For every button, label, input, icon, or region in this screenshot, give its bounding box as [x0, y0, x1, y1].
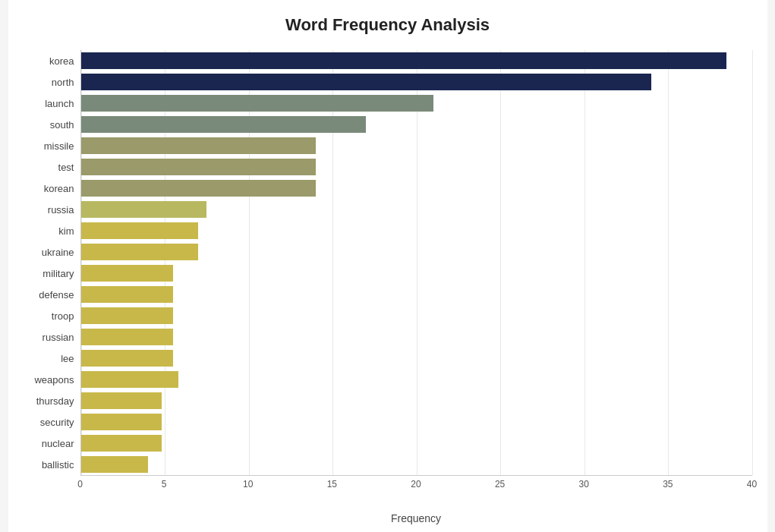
bars-inner: [81, 50, 752, 475]
bar-row: [81, 220, 752, 241]
bar: [81, 244, 199, 260]
x-tick: 5: [162, 479, 167, 490]
bar-row: [81, 71, 752, 93]
bar: [81, 52, 727, 69]
bar-row: [81, 135, 752, 156]
x-tick: 10: [243, 479, 253, 490]
bar: [81, 222, 199, 239]
y-label: missile: [44, 135, 74, 156]
y-label: russia: [48, 199, 74, 220]
bar-row: [81, 114, 752, 135]
y-label: weapons: [34, 369, 74, 390]
x-tick: 35: [663, 479, 673, 490]
chart-container: Word Frequency Analysis koreanorthlaunch…: [8, 0, 767, 532]
bar: [81, 392, 162, 409]
y-label: military: [43, 263, 74, 284]
bar: [81, 265, 174, 282]
bar-row: [81, 284, 752, 305]
bar-row: [81, 433, 752, 454]
bar: [81, 95, 433, 112]
chart-area: koreanorthlaunchsouthmissiletestkoreanru…: [24, 50, 752, 476]
bar-row: [81, 263, 752, 284]
bar: [81, 137, 316, 154]
x-tick: 15: [327, 479, 337, 490]
bar: [81, 350, 174, 367]
x-tick: 0: [77, 479, 83, 490]
bar: [81, 74, 651, 90]
bar-row: [81, 50, 752, 71]
chart-title: Word Frequency Analysis: [24, 15, 752, 35]
bar-row: [81, 348, 752, 369]
y-label: ukraine: [42, 241, 74, 263]
bar-row: [81, 326, 752, 348]
bar: [81, 307, 174, 324]
x-tick: 20: [411, 479, 421, 490]
y-label: russian: [43, 326, 74, 348]
bar-row: [81, 156, 752, 178]
y-label: launch: [45, 93, 74, 114]
y-label: korea: [49, 50, 74, 71]
bar: [81, 116, 367, 133]
y-label: security: [40, 411, 74, 433]
y-label: north: [52, 71, 74, 93]
bars-area: [80, 50, 752, 476]
bar: [81, 329, 174, 345]
y-label: lee: [61, 348, 74, 369]
y-label: kim: [58, 220, 74, 241]
x-tick: 30: [579, 479, 589, 490]
bar-row: [81, 178, 752, 199]
y-labels: koreanorthlaunchsouthmissiletestkoreanru…: [24, 50, 80, 476]
y-label: ballistic: [42, 454, 74, 475]
bar-row: [81, 454, 752, 475]
y-label: korean: [44, 178, 74, 199]
bar: [81, 371, 178, 388]
bar-row: [81, 241, 752, 263]
grid-line: [752, 50, 753, 475]
bar: [81, 435, 162, 452]
bar-row: [81, 411, 752, 433]
bar: [81, 414, 162, 430]
y-label: nuclear: [42, 433, 74, 454]
bar-row: [81, 199, 752, 220]
bar-row: [81, 93, 752, 114]
bar: [81, 159, 316, 175]
bar: [81, 456, 148, 473]
y-label: south: [50, 114, 74, 135]
bar-row: [81, 369, 752, 390]
x-tick: 40: [747, 479, 757, 490]
x-axis-label: Frequency: [80, 512, 752, 524]
y-label: troop: [52, 305, 74, 326]
y-label: thursday: [36, 390, 74, 411]
bar-row: [81, 390, 752, 411]
y-label: test: [58, 156, 74, 178]
bar: [81, 286, 174, 303]
bar: [81, 201, 207, 218]
bar: [81, 180, 316, 197]
bar-row: [81, 305, 752, 326]
x-tick: 25: [495, 479, 505, 490]
y-label: defense: [39, 284, 74, 305]
